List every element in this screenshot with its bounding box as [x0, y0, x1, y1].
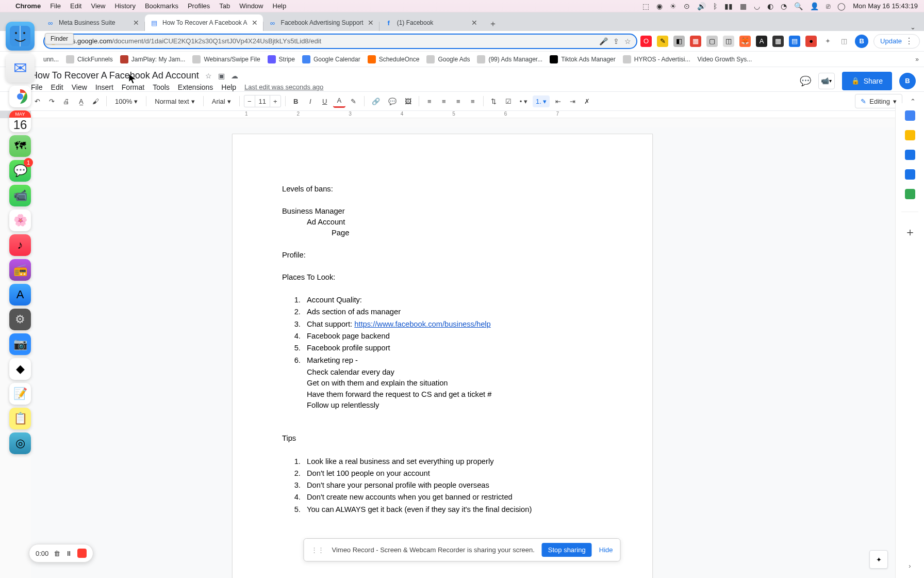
align-center-icon[interactable]: ≡	[438, 95, 450, 107]
bookmark-item[interactable]: Webinars/Swipe File	[192, 55, 260, 63]
document-page[interactable]: Levels of bans: Business Manager Ad Acco…	[232, 134, 653, 578]
font-size-stepper[interactable]: − 11 +	[244, 95, 281, 107]
menubar-clock[interactable]: Mon May 16 15:43:19	[853, 2, 918, 10]
tray-clock-icon[interactable]: ◔	[781, 2, 787, 10]
browser-tab[interactable]: f (1) Facebook ✕	[380, 14, 483, 31]
trash-icon[interactable]: 🗑	[54, 550, 60, 557]
maps-icon[interactable]	[905, 189, 915, 199]
tray-control-center-icon[interactable]: ⎚	[826, 2, 830, 10]
insert-link-icon[interactable]: 🔗	[369, 95, 383, 107]
drag-handle-icon[interactable]: ⋮⋮	[311, 546, 324, 554]
increase-indent-icon[interactable]: ⇥	[566, 95, 579, 107]
dock-app-icon[interactable]: ◎	[9, 432, 31, 454]
dock-music-icon[interactable]: ♪	[9, 234, 31, 256]
zoom-select[interactable]: 100% ▾	[111, 97, 142, 106]
tray-wifi-icon[interactable]: ◡	[754, 2, 760, 10]
tray-volume-icon[interactable]: 🔊	[697, 2, 706, 10]
hide-panel-icon[interactable]: ›	[909, 562, 911, 570]
dock-maps-icon[interactable]: 🗺	[9, 135, 31, 157]
dock-finder-icon[interactable]: Finder	[6, 22, 35, 51]
print-icon[interactable]: 🖨	[60, 95, 73, 107]
menu-window[interactable]: Window	[239, 2, 263, 10]
tray-siri-icon[interactable]: ◯	[837, 2, 846, 10]
line-spacing-icon[interactable]: ⇅	[488, 95, 500, 107]
extension-icon[interactable]: ▤	[789, 36, 800, 47]
menu-profiles[interactable]: Profiles	[188, 2, 210, 10]
docs-menu-view[interactable]: View	[72, 83, 87, 91]
extension-icon[interactable]: A	[756, 36, 767, 47]
dock-calendar-icon[interactable]: MAY 16	[9, 110, 31, 132]
menu-view[interactable]: View	[91, 2, 105, 10]
share-button[interactable]: 🔒 Share	[842, 72, 892, 90]
dock-podcasts-icon[interactable]: 📻	[9, 259, 31, 281]
tray-icon[interactable]: ▦	[740, 2, 747, 10]
browser-tab-active[interactable]: ▤ How To Recover A Facebook A ✕	[145, 14, 263, 31]
tray-battery-icon[interactable]: ▮▮	[724, 2, 733, 10]
docs-menu-help[interactable]: Help	[221, 83, 236, 91]
bookmark-item[interactable]: ScheduleOnce	[368, 55, 420, 63]
tray-icon[interactable]: ◉	[656, 2, 663, 10]
tab-overflow-icon[interactable]: ⌄	[905, 23, 921, 31]
bullet-list-icon[interactable]: • ▾	[517, 95, 531, 107]
bookmark-item[interactable]: HYROS - Advertisi...	[623, 55, 690, 63]
font-select[interactable]: Arial ▾	[208, 97, 235, 106]
tab-close-icon[interactable]: ✕	[368, 19, 374, 27]
decrease-indent-icon[interactable]: ⇤	[552, 95, 564, 107]
bookmarks-overflow-icon[interactable]: »	[915, 56, 919, 63]
address-bar[interactable]: 🔒 docs.google.com/document/d/1daiCUE2KQ1…	[43, 34, 637, 49]
google-account-avatar[interactable]: B	[899, 73, 916, 89]
align-left-icon[interactable]: ≡	[423, 95, 436, 107]
add-addon-icon[interactable]: ＋	[904, 224, 916, 240]
move-folder-icon[interactable]: ▣	[218, 72, 225, 80]
contacts-icon[interactable]	[905, 169, 915, 180]
chat-support-link[interactable]: https://www.facebook.com/business/help	[354, 320, 491, 328]
menu-file[interactable]: File	[50, 2, 61, 10]
browser-tab[interactable]: ∞ Meta Business Suite ✕	[41, 14, 144, 31]
numbered-list-icon[interactable]: 1. ▾	[533, 95, 550, 107]
tray-play-icon[interactable]: ⊙	[684, 2, 690, 10]
font-size-decrease[interactable]: −	[244, 98, 255, 105]
chrome-update-button[interactable]: Update⋮	[873, 34, 920, 49]
calendar-icon[interactable]	[905, 110, 915, 121]
browser-tab[interactable]: ∞ Facebook Advertising Support ✕	[263, 14, 379, 31]
last-edit-link[interactable]: Last edit was seconds ago	[244, 83, 323, 91]
document-title[interactable]: How To Recover A Facebook Ad Account	[31, 70, 199, 81]
dock-messages-icon[interactable]: 💬1	[9, 160, 31, 182]
docs-menu-format[interactable]: Format	[122, 83, 144, 91]
dock-photos-icon[interactable]: 🌸	[9, 210, 31, 231]
cloud-status-icon[interactable]: ☁	[231, 72, 238, 80]
docs-menu-extensions[interactable]: Extensions	[178, 83, 213, 91]
insert-image-icon[interactable]: 🖼	[402, 95, 415, 107]
meet-present-icon[interactable]: 📹▾	[818, 73, 835, 89]
bookmark-item[interactable]: Tiktok Ads Manager	[550, 55, 616, 63]
highlight-icon[interactable]: ✎	[348, 95, 360, 107]
paint-format-icon[interactable]: 🖌	[89, 95, 102, 107]
spellcheck-icon[interactable]: A̲	[75, 95, 87, 107]
stop-record-icon[interactable]	[77, 549, 87, 558]
underline-icon[interactable]: U	[319, 95, 331, 107]
menu-history[interactable]: History	[114, 2, 135, 10]
bookmark-item[interactable]: ClickFunnels	[66, 55, 113, 63]
tray-search-icon[interactable]: 🔍	[794, 2, 803, 10]
insert-comment-icon[interactable]: 💬	[385, 95, 400, 107]
style-select[interactable]: Normal text ▾	[151, 97, 199, 106]
kebab-icon[interactable]: ⋮	[905, 36, 913, 46]
extension-icon[interactable]: 🦊	[739, 36, 751, 47]
star-icon[interactable]: ☆	[624, 37, 631, 45]
redo-icon[interactable]: ↷	[45, 95, 58, 107]
chrome-profile-avatar[interactable]: B	[855, 35, 868, 48]
tray-bluetooth-icon[interactable]: ᛒ	[713, 2, 717, 10]
stop-sharing-button[interactable]: Stop sharing	[542, 543, 592, 557]
dock-facetime-icon[interactable]: 📹	[9, 185, 31, 206]
keep-icon[interactable]	[905, 130, 915, 140]
bookmark-item[interactable]: unn...	[43, 56, 59, 63]
extension-icon[interactable]: ▢	[706, 36, 718, 47]
extensions-puzzle-icon[interactable]: ✦	[822, 36, 833, 47]
share-icon[interactable]: ⇪	[613, 37, 619, 45]
extension-icon[interactable]: ●	[805, 36, 817, 47]
ruler[interactable]: 1 2 3 4 5 6 7	[31, 111, 924, 118]
tray-user-icon[interactable]: 👤	[810, 2, 819, 10]
tray-icon[interactable]: ⬚	[642, 2, 649, 10]
tab-close-icon[interactable]: ✕	[252, 19, 258, 27]
menu-bookmarks[interactable]: Bookmarks	[145, 2, 178, 10]
